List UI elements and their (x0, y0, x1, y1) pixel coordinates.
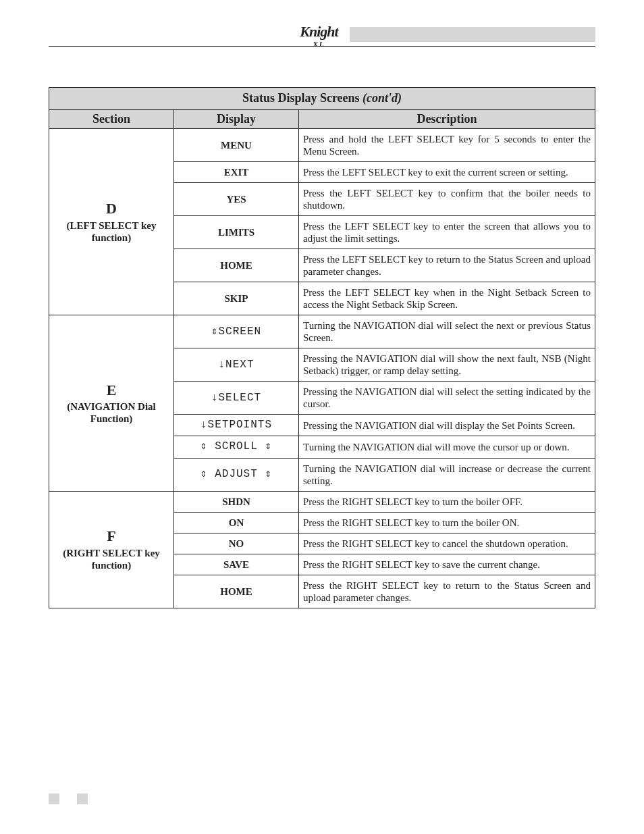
description-cell: Pressing the NAVIGATION dial will displa… (299, 415, 595, 436)
section-cell: D(LEFT SELECT key function) (49, 129, 174, 315)
table-header-row: SectionDisplayDescription (49, 109, 595, 129)
description-cell: Press the LEFT SELECT key to exit the cu… (299, 162, 595, 183)
display-cell: ⇕ ADJUST ⇕ (174, 458, 299, 491)
display-cell: HOME (174, 249, 299, 282)
display-cell: YES (174, 183, 299, 216)
table-row: F(RIGHT SELECT key function)SHDNPress th… (49, 491, 595, 512)
table-row: E(NAVIGATION Dial Function)⇕SCREENTurnin… (49, 315, 595, 348)
section-letter: D (53, 200, 169, 217)
description-cell: Turning the NAVIGATION dial will move th… (299, 436, 595, 458)
display-cell: ↓SELECT (174, 382, 299, 415)
description-cell: Press the LEFT SELECT key when in the Ni… (299, 282, 595, 315)
header-strip (350, 27, 596, 42)
col-display: Display (174, 109, 299, 129)
status-table: Status Display Screens (cont'd)SectionDi… (49, 87, 595, 608)
description-cell: Turning the NAVIGATION dial will increas… (299, 458, 595, 491)
table-title-suffix: (cont'd) (363, 91, 402, 105)
display-cell: SAVE (174, 554, 299, 575)
description-cell: Press the LEFT SELECT key to enter the s… (299, 216, 595, 249)
section-letter: F (53, 527, 169, 545)
display-cell: SKIP (174, 282, 299, 315)
footer-square (49, 793, 59, 804)
table-title: Status Display Screens (242, 91, 363, 105)
display-cell: ⇕SCREEN (174, 315, 299, 348)
footer-squares (49, 793, 103, 807)
description-cell: Pressing the NAVIGATION dial will select… (299, 382, 595, 415)
section-cell: E(NAVIGATION Dial Function) (49, 315, 174, 491)
description-cell: Press the RIGHT SELECT key to turn the b… (299, 512, 595, 533)
header-bar: Knight XL (49, 27, 595, 47)
description-cell: Press the RIGHT SELECT key to save the c… (299, 554, 595, 575)
description-cell: Press the LEFT SELECT key to confirm tha… (299, 183, 595, 216)
page: Knight XL Status Display Screens (cont'd… (0, 0, 644, 834)
footer-square (77, 793, 88, 804)
display-cell: ↓SETPOINTS (174, 415, 299, 436)
col-description: Description (299, 109, 595, 129)
section-label: (LEFT SELECT key function) (67, 220, 157, 243)
description-cell: Press the RIGHT SELECT key to cancel the… (299, 533, 595, 554)
table-title-cell: Status Display Screens (cont'd) (49, 88, 595, 110)
section-label: (NAVIGATION Dial Function) (67, 401, 156, 424)
col-section: Section (49, 109, 174, 129)
table-title-row: Status Display Screens (cont'd) (49, 88, 595, 110)
section-letter: E (53, 382, 169, 399)
description-cell: Press the RIGHT SELECT key to return to … (299, 575, 595, 608)
display-cell: LIMITS (174, 216, 299, 249)
brand-logo: Knight XL (300, 24, 338, 51)
display-cell: SHDN (174, 491, 299, 512)
table-row: D(LEFT SELECT key function)MENUPress and… (49, 129, 595, 162)
description-cell: Pressing the NAVIGATION dial will show t… (299, 348, 595, 382)
section-label: (RIGHT SELECT key function) (63, 548, 160, 571)
description-cell: Turning the NAVIGATION dial will select … (299, 315, 595, 348)
display-cell: NO (174, 533, 299, 554)
description-cell: Press the RIGHT SELECT key to turn the b… (299, 491, 595, 512)
display-cell: MENU (174, 129, 299, 162)
display-cell: EXIT (174, 162, 299, 183)
display-cell: ON (174, 512, 299, 533)
description-cell: Press and hold the LEFT SELECT key for 5… (299, 129, 595, 162)
display-cell: ⇕ SCROLL ⇕ (174, 436, 299, 458)
display-cell: HOME (174, 575, 299, 608)
section-cell: F(RIGHT SELECT key function) (49, 491, 174, 608)
display-cell: ↓NEXT (174, 348, 299, 382)
description-cell: Press the LEFT SELECT key to return to t… (299, 249, 595, 282)
